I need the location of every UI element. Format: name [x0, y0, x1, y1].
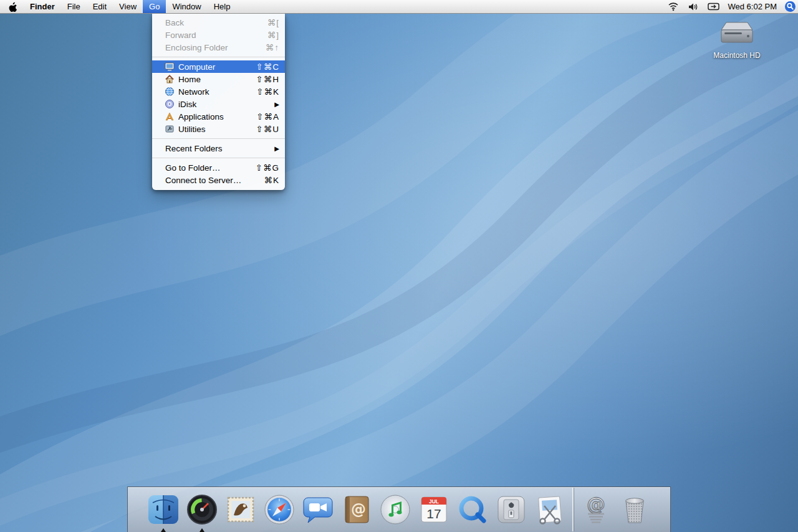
airport-menu-extra[interactable]: [663, 2, 683, 11]
trash-icon: [618, 493, 651, 526]
sync-menu-extra[interactable]: [703, 2, 724, 11]
menu-file[interactable]: File: [61, 0, 87, 13]
menu-item-recent-folders[interactable]: Recent Folders ▶: [152, 142, 285, 154]
menu-separator: [152, 158, 285, 158]
menu-item-label: Recent Folders: [165, 144, 223, 153]
dock: @ JUL 17: [127, 487, 671, 532]
volume-label: Macintosh HD: [706, 51, 768, 60]
menu-help[interactable]: Help: [208, 0, 237, 13]
menu-item-shortcut: ⇧⌘U: [256, 124, 279, 134]
computer-icon: [165, 62, 175, 72]
menu-item-network[interactable]: Network ⇧⌘K: [152, 85, 285, 98]
dashboard-icon: [185, 493, 219, 526]
menu-item-back: Back ⌘[: [152, 16, 285, 29]
at-spring-icon: @: [579, 493, 613, 526]
menu-item-computer[interactable]: Computer ⇧⌘C: [152, 60, 285, 73]
menu-item-enclosing-folder: Enclosing Folder ⌘↑: [152, 41, 285, 54]
dock-item-dashboard[interactable]: [184, 492, 220, 528]
menu-item-forward: Forward ⌘]: [152, 29, 285, 41]
safari-icon: [262, 493, 296, 526]
menu-item-shortcut: ⇧⌘G: [256, 163, 279, 173]
mail-stamp-icon: [224, 493, 257, 526]
spotlight-button[interactable]: [782, 0, 798, 14]
menu-item-label: Forward: [165, 31, 196, 40]
menu-item-label: Computer: [178, 62, 215, 72]
dock-item-trash[interactable]: [617, 492, 653, 528]
menu-item-label: Enclosing Folder: [165, 43, 228, 52]
applications-icon: [165, 112, 175, 121]
menu-bar-status-area: Wed 6:02 PM: [663, 0, 798, 13]
running-indicator: [200, 528, 204, 532]
submenu-arrow-icon: ▶: [274, 101, 279, 108]
svg-text:JUL: JUL: [429, 498, 439, 505]
menu-separator: [152, 57, 285, 57]
dock-item-address-book[interactable]: @: [339, 492, 375, 528]
menu-item-go-to-folder[interactable]: Go to Folder… ⇧⌘G: [152, 161, 285, 174]
dock-item-system-preferences[interactable]: [493, 492, 529, 528]
submenu-arrow-icon: ▶: [274, 145, 279, 152]
menu-item-shortcut: ⌘K: [264, 175, 279, 185]
menu-item-label: Network: [178, 87, 209, 97]
dock-item-mail[interactable]: [223, 492, 259, 528]
menu-edit[interactable]: Edit: [87, 0, 113, 13]
dock-item-ical[interactable]: JUL 17: [416, 492, 452, 528]
apple-icon: [9, 2, 17, 12]
menu-item-label: Utilities: [178, 125, 206, 134]
dock-item-quicktime[interactable]: [454, 492, 491, 528]
utilities-icon: [165, 124, 175, 134]
volume-icon: [688, 2, 699, 11]
home-icon: [165, 74, 175, 84]
idisk-icon: [165, 99, 175, 109]
menu-go[interactable]: Go: [143, 0, 166, 13]
menu-item-shortcut: ⌘]: [267, 30, 279, 40]
menu-item-shortcut: ⌘[: [267, 17, 279, 27]
wallpaper-swirls: [0, 0, 798, 532]
menu-separator: [152, 138, 285, 139]
menu-item-label: Applications: [178, 112, 224, 121]
menu-item-label: Connect to Server…: [165, 176, 241, 185]
system-preferences-icon: [494, 493, 528, 526]
menu-window[interactable]: Window: [166, 0, 207, 13]
menu-item-shortcut: ⇧⌘A: [256, 112, 279, 121]
desktop-background: Macintosh HD: [0, 0, 798, 532]
svg-text:@: @: [587, 493, 605, 515]
quicktime-icon: [456, 493, 489, 526]
menu-bar-clock[interactable]: Wed 6:02 PM: [724, 2, 782, 11]
go-menu-dropdown: Back ⌘[ Forward ⌘] Enclosing Folder ⌘↑ C…: [152, 14, 285, 190]
grab-scissors-icon: [533, 493, 567, 526]
menu-item-shortcut: ⇧⌘C: [256, 62, 279, 72]
dock-item-itunes[interactable]: [377, 492, 413, 528]
dock-item-finder[interactable]: [145, 492, 181, 528]
address-book-icon: @: [340, 493, 373, 526]
macintosh-hd-icon[interactable]: Macintosh HD: [706, 19, 768, 60]
menu-item-idisk[interactable]: iDisk ▶: [152, 98, 285, 110]
ichat-icon: [301, 493, 335, 526]
svg-text:@: @: [351, 501, 366, 518]
wifi-icon: [668, 2, 679, 11]
dock-item-safari[interactable]: [261, 492, 297, 528]
menu-bar: Finder File Edit View Go Window Help Wed…: [0, 0, 798, 14]
svg-text:17: 17: [426, 506, 441, 521]
dock-item-grab[interactable]: [532, 492, 568, 528]
ical-icon: JUL 17: [417, 493, 451, 526]
menu-item-applications[interactable]: Applications ⇧⌘A: [152, 110, 285, 123]
menu-item-utilities[interactable]: Utilities ⇧⌘U: [152, 123, 285, 135]
menu-item-shortcut: ⇧⌘K: [256, 87, 279, 97]
itunes-icon: [378, 493, 412, 526]
menu-view[interactable]: View: [113, 0, 143, 13]
menu-item-label: Home: [178, 75, 201, 84]
apple-menu[interactable]: [0, 0, 24, 13]
menu-item-label: Go to Folder…: [165, 163, 221, 173]
finder-icon: [147, 493, 180, 526]
dock-item-ichat[interactable]: [300, 492, 336, 528]
volume-menu-extra[interactable]: [683, 2, 703, 11]
menu-item-home[interactable]: Home ⇧⌘H: [152, 73, 285, 85]
hard-drive-icon: [719, 19, 755, 46]
spotlight-icon: [785, 1, 796, 12]
running-indicator: [161, 528, 166, 532]
dock-item-internet-location[interactable]: @: [578, 492, 614, 528]
menu-item-connect-to-server[interactable]: Connect to Server… ⌘K: [152, 174, 285, 186]
menu-finder[interactable]: Finder: [24, 0, 61, 13]
dock-separator: [572, 488, 574, 531]
network-icon: [165, 87, 175, 97]
